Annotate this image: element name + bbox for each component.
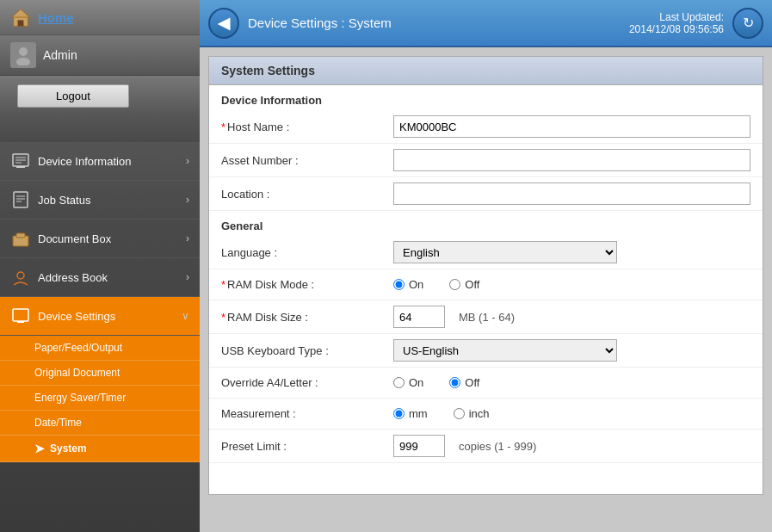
override-on-option[interactable]: On — [393, 376, 423, 389]
refresh-button[interactable]: ↻ — [732, 8, 763, 39]
sidebar-item-label-document-box: Document Box — [38, 232, 111, 245]
override-off-option[interactable]: Off — [449, 376, 479, 389]
document-box-icon — [10, 228, 31, 249]
admin-avatar — [10, 42, 36, 68]
chevron-down-icon: ∨ — [182, 310, 189, 322]
language-row: Language : English French German Spanish — [209, 236, 763, 269]
subnav-original-document[interactable]: Original Document — [0, 361, 200, 386]
asset-number-input-wrapper — [393, 149, 750, 171]
measurement-mm-option[interactable]: mm — [393, 407, 428, 420]
back-button[interactable]: ◀ — [208, 8, 239, 39]
ram-disk-size-hint: MB (1 - 64) — [459, 311, 515, 324]
default-screen-row — [209, 463, 763, 494]
ram-disk-off-radio[interactable] — [449, 279, 460, 290]
sidebar-item-label-job-status: Job Status — [38, 194, 90, 207]
settings-panel: System Settings Device Information *Host… — [208, 56, 763, 495]
sidebar-item-label-device-settings: Device Settings — [38, 310, 115, 323]
svg-point-17 — [17, 272, 24, 279]
preset-limit-row: Preset Limit : copies (1 - 999) — [209, 430, 763, 463]
measurement-mm-label: mm — [409, 407, 428, 420]
sidebar-spacer — [0, 116, 200, 142]
subnav-system[interactable]: ➤ System — [0, 436, 200, 462]
language-select-wrapper: English French German Spanish — [393, 241, 750, 263]
location-label: Location : — [221, 188, 393, 201]
required-star: * — [221, 121, 225, 133]
sidebar-item-device-settings[interactable]: Device Settings ∨ — [0, 297, 200, 336]
chevron-right-icon: › — [186, 155, 189, 167]
measurement-options: mm inch — [393, 407, 750, 420]
panel-title: System Settings — [209, 57, 763, 85]
subnav-date-time[interactable]: Date/Time — [0, 411, 200, 436]
override-a4-row: Override A4/Letter : On Off — [209, 368, 763, 399]
svg-point-4 — [16, 58, 30, 65]
ram-disk-size-input[interactable] — [393, 306, 445, 328]
sidebar-item-label-device-information: Device Information — [38, 155, 131, 168]
preset-limit-hint: copies (1 - 999) — [459, 440, 536, 453]
language-select[interactable]: English French German Spanish — [393, 241, 617, 263]
host-name-label: *Host Name : — [221, 121, 393, 133]
sidebar-item-device-information[interactable]: Device Information › — [0, 142, 200, 181]
language-label: Language : — [221, 246, 393, 259]
ram-disk-off-option[interactable]: Off — [449, 278, 479, 291]
ram-disk-mode-label: *RAM Disk Mode : — [221, 278, 393, 291]
last-updated-value: 2014/12/08 09:56:56 — [629, 23, 724, 35]
location-input[interactable] — [393, 182, 750, 205]
usb-keyboard-select-wrapper: US-English UK-English German French — [393, 339, 750, 362]
ram-disk-mode-options: On Off — [393, 278, 750, 291]
ram-disk-size-row: *RAM Disk Size : MB (1 - 64) — [209, 300, 763, 334]
breadcrumb: Device Settings : System — [248, 15, 621, 30]
measurement-inch-radio[interactable] — [454, 408, 465, 419]
asset-number-row: Asset Number : — [209, 144, 763, 177]
header-bar: ◀ Device Settings : System Last Updated:… — [200, 0, 772, 47]
override-on-radio[interactable] — [393, 377, 405, 388]
measurement-inch-option[interactable]: inch — [454, 407, 490, 420]
sidebar-item-document-box[interactable]: Document Box › — [0, 220, 200, 258]
job-status-icon — [10, 189, 31, 210]
host-name-input-wrapper — [393, 115, 750, 138]
measurement-inch-label: inch — [469, 407, 490, 420]
admin-label: Admin — [43, 48, 77, 62]
override-off-label: Off — [465, 376, 479, 389]
subnav-energy-saver-timer[interactable]: Energy Saver/Timer — [0, 386, 200, 411]
preset-limit-input-wrapper: copies (1 - 999) — [393, 435, 750, 457]
address-book-icon — [10, 267, 31, 288]
ram-disk-mode-row: *RAM Disk Mode : On Off — [209, 269, 763, 300]
asset-number-input[interactable] — [393, 149, 750, 171]
svg-rect-11 — [14, 192, 28, 207]
ram-disk-off-label: Off — [465, 278, 479, 291]
device-information-icon — [10, 151, 31, 171]
preset-limit-input[interactable] — [393, 435, 445, 457]
ram-disk-on-radio[interactable] — [393, 279, 405, 290]
override-off-radio[interactable] — [449, 377, 460, 388]
home-icon — [10, 7, 31, 28]
general-section-title: General — [209, 211, 763, 236]
measurement-label: Measurement : — [221, 407, 393, 420]
override-a4-label: Override A4/Letter : — [221, 376, 393, 389]
logout-button[interactable]: Logout — [17, 84, 129, 108]
svg-rect-2 — [18, 20, 24, 26]
host-name-row: *Host Name : — [209, 110, 763, 144]
sidebar-item-job-status[interactable]: Job Status › — [0, 181, 200, 220]
admin-row: Admin — [0, 35, 200, 76]
sidebar: Home Admin Logout — [0, 0, 200, 532]
last-updated-label: Last Updated: — [629, 11, 724, 23]
override-a4-options: On Off — [393, 376, 750, 389]
location-input-wrapper — [393, 182, 750, 205]
measurement-mm-radio[interactable] — [393, 408, 405, 419]
home-link[interactable]: Home — [38, 10, 74, 25]
last-updated: Last Updated: 2014/12/08 09:56:56 — [629, 11, 724, 35]
svg-marker-1 — [12, 9, 30, 17]
usb-keyboard-select[interactable]: US-English UK-English German French — [393, 339, 617, 362]
device-settings-icon — [10, 306, 31, 326]
ram-disk-size-input-wrapper: MB (1 - 64) — [393, 306, 750, 328]
current-arrow-icon: ➤ — [34, 442, 45, 455]
chevron-right-icon-4: › — [186, 271, 189, 283]
content-area: System Settings Device Information *Host… — [200, 47, 772, 532]
ram-disk-size-label: *RAM Disk Size : — [221, 311, 393, 324]
svg-rect-16 — [16, 233, 25, 238]
subnav-paper-feed-output[interactable]: Paper/Feed/Output — [0, 336, 200, 361]
home-nav-item[interactable]: Home — [0, 0, 200, 35]
ram-disk-on-option[interactable]: On — [393, 278, 423, 291]
host-name-input[interactable] — [393, 115, 750, 138]
sidebar-item-address-book[interactable]: Address Book › — [0, 258, 200, 297]
